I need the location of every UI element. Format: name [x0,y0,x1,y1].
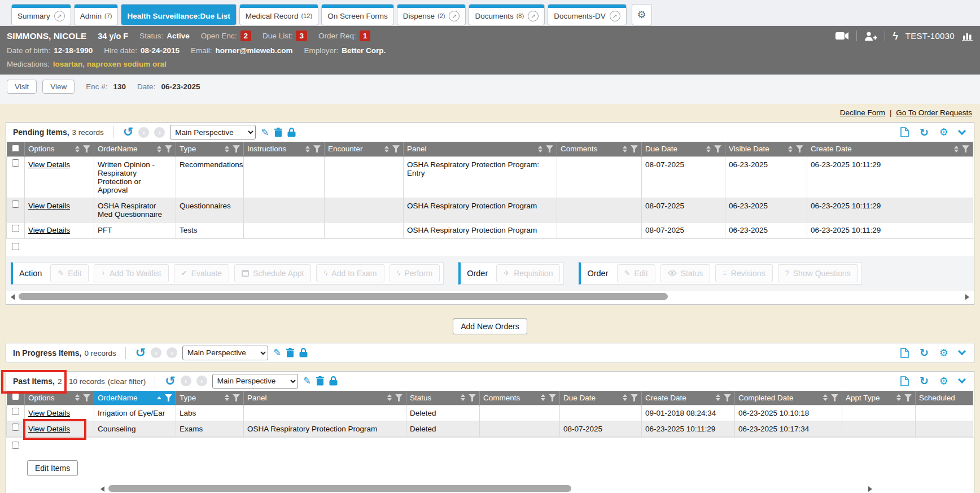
filter-icon[interactable] [724,394,731,402]
row-checkbox[interactable] [12,159,19,167]
video-camera-icon[interactable] [835,32,849,40]
row-checkbox[interactable] [12,408,19,415]
filter-icon[interactable] [83,394,90,402]
tab-documents[interactable]: Documents (8) ↗ [469,4,545,25]
edit-perspective-icon[interactable]: ✎ [303,375,311,387]
next-page-icon[interactable]: › [154,127,165,138]
tab-dispense[interactable]: Dispense (2) ↗ [397,4,466,25]
perspective-select[interactable]: Main Perspective [182,346,268,360]
status-button[interactable]: Status [660,264,711,282]
collapse-chevron-icon[interactable] [958,376,966,383]
column-header-ordername[interactable]: OrderName [94,142,176,156]
row-checkbox[interactable] [12,424,19,431]
select-all-checkbox[interactable] [12,393,19,400]
row-checkbox[interactable] [12,225,19,232]
refresh-icon[interactable]: ↻ [920,347,929,358]
document-icon[interactable] [900,127,909,137]
edit-perspective-icon[interactable]: ✎ [273,347,281,359]
show-questions-button[interactable]: ?Show Questions [778,264,858,282]
document-icon[interactable] [900,348,909,358]
scroll-left-arrow[interactable] [100,486,104,492]
column-header-ordername[interactable]: OrderName [94,391,176,405]
delete-perspective-icon[interactable] [274,128,282,137]
sort-icon[interactable] [461,394,465,401]
open-new-window-icon[interactable]: ↗ [610,11,620,21]
requisition-button[interactable]: ✈Requisition [496,264,560,282]
tab-documents-dv[interactable]: Documents-DV ↗ [548,4,627,25]
select-all-checkbox[interactable] [12,145,19,152]
column-header-comments[interactable]: Comments [557,142,642,156]
filter-icon[interactable] [165,394,172,402]
sort-icon[interactable] [225,394,229,401]
sort-icon[interactable] [623,146,627,152]
perform-button[interactable]: ϟPerform [390,264,440,282]
tab-medical-record[interactable]: Medical Record (12) [239,4,318,25]
prev-page-icon[interactable]: ‹ [181,376,191,386]
open-enc-badge[interactable]: 2 [240,30,252,41]
horizontal-scrollbar[interactable] [99,485,873,493]
tab-admin[interactable]: Admin (7) [74,4,119,25]
view-details-link[interactable]: View Details [28,409,70,417]
column-header-completed-date[interactable]: Completed Date [735,391,842,405]
column-header-type[interactable]: Type [176,142,244,156]
tab-on-screen-forms[interactable]: On Screen Forms [321,4,394,25]
row-checkbox[interactable] [12,243,19,250]
filter-icon[interactable] [796,145,803,152]
sort-asc-icon[interactable] [157,396,161,399]
view-details-link[interactable]: View Details [28,160,70,169]
row-checkbox[interactable] [12,200,19,208]
column-header-create-date[interactable]: Create Date [642,391,735,405]
sort-icon[interactable] [384,146,389,152]
open-new-window-icon[interactable]: ↗ [54,11,65,21]
next-page-icon[interactable]: › [196,376,207,386]
decline-form-link[interactable]: Decline Form [840,108,885,117]
filter-icon[interactable] [714,145,721,152]
scroll-left-arrow[interactable] [11,294,15,300]
undo-icon[interactable]: ↺ [123,126,133,138]
undo-icon[interactable]: ↺ [165,375,175,387]
scrollbar-thumb[interactable] [108,485,571,492]
perspective-select[interactable]: Main Perspective [212,374,298,389]
column-header-type[interactable]: Type [176,391,244,405]
lightning-icon[interactable]: ϟ [893,31,898,41]
column-header-status[interactable]: Status [406,391,480,405]
filter-icon[interactable] [395,394,403,402]
sort-icon[interactable] [225,146,229,152]
patient-medications[interactable]: losartan, naproxen sodium oral [53,60,167,68]
filter-icon[interactable] [962,145,969,152]
clear-filter-link[interactable]: (clear filter) [108,377,146,386]
filter-icon[interactable] [392,145,400,152]
add-new-orders-button[interactable]: Add New Orders [453,319,527,334]
gear-icon[interactable]: ⚙ [939,376,948,386]
column-header-instructions[interactable]: Instructions [244,142,325,156]
schedule-appt-button[interactable]: Schedule Appt [234,264,311,282]
filter-icon[interactable] [233,394,240,402]
column-header-scheduled[interactable]: Scheduled [916,391,973,405]
edit-perspective-icon[interactable]: ✎ [261,126,269,138]
column-header-create-date[interactable]: Create Date [807,142,973,156]
filter-icon[interactable] [546,145,553,152]
scroll-right-arrow[interactable] [868,486,872,492]
order-req-badge[interactable]: 1 [360,30,371,41]
add-to-waitlist-button[interactable]: +Add To Waitlist [94,264,168,282]
sort-icon[interactable] [157,146,161,152]
sort-icon[interactable] [75,146,80,152]
filter-icon[interactable] [549,394,556,402]
edit-button[interactable]: ✎Edit [50,264,89,282]
evaluate-button[interactable]: ✔Evaluate [174,264,229,282]
filter-icon[interactable] [469,394,476,402]
open-new-window-icon[interactable]: ↗ [449,11,460,21]
filter-icon[interactable] [631,145,638,152]
filter-icon[interactable] [233,145,240,152]
collapse-chevron-icon[interactable] [958,126,966,134]
scroll-right-arrow[interactable] [965,294,969,300]
gear-icon[interactable]: ⚙ [939,348,948,358]
go-to-order-requests-link[interactable]: Go To Order Requests [896,108,972,117]
next-page-icon[interactable]: › [167,347,177,358]
sort-icon[interactable] [706,146,711,152]
column-header-panel[interactable]: Panel [404,142,557,156]
row-checkbox[interactable] [12,442,19,449]
filter-icon[interactable] [165,145,172,152]
sort-icon[interactable] [716,394,720,401]
sort-icon[interactable] [541,394,545,401]
